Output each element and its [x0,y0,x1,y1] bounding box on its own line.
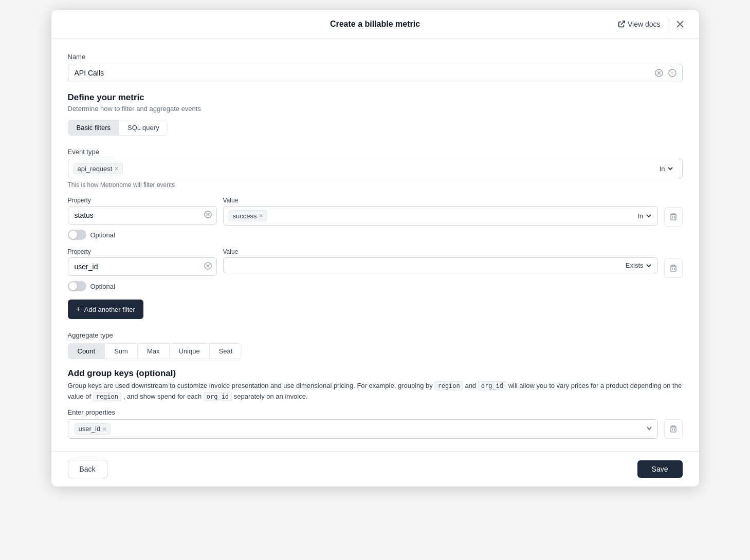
enter-props-tag-remove[interactable]: × [102,425,106,433]
filter-1-operator: In [638,212,644,220]
event-type-operator-dropdown[interactable]: In [656,164,677,174]
filter-1-row: Property Value success [68,197,683,227]
agg-tab-unique[interactable]: Unique [170,344,210,359]
external-link-icon [618,21,625,28]
name-help-button[interactable]: ? [667,68,678,78]
close-button[interactable] [673,17,687,31]
enter-props-label: Enter properties [68,408,683,416]
svg-rect-20 [671,427,676,432]
filter-2-value-col: Value Exists [223,248,658,273]
enter-props-row: user_id × [68,419,683,439]
filter-1-property-input[interactable] [68,206,217,225]
filter-1-value-tag-remove[interactable]: × [259,212,263,220]
filter-2-property-input[interactable] [68,257,217,276]
enter-props-tags[interactable]: user_id × [68,419,658,439]
filter-1-property-col: Property [68,197,217,225]
filter-1-property-clear[interactable] [204,211,212,220]
event-type-section: Event type api_request × In This is how … [68,148,683,189]
svg-rect-11 [671,215,676,220]
agg-tab-sum[interactable]: Sum [105,344,138,359]
filter-2-property-wrap [68,257,217,276]
modal-body: Name ? Define your metric Determine how … [51,39,699,439]
enter-props-wrap: user_id × [68,419,658,439]
filter-2-operator-dropdown[interactable]: Exists [626,262,652,269]
agg-tab-max[interactable]: Max [138,344,170,359]
help-icon: ? [668,69,676,77]
enter-props-tag-value: user_id [79,425,101,433]
code-region-2: region [93,392,121,401]
view-docs-button[interactable]: View docs [614,18,665,30]
enter-props-user-id-tag: user_id × [75,423,111,435]
filter-2-operator: Exists [626,262,644,269]
filter-1-property-label: Property [68,197,217,204]
filter-1-value-tag-text: success [233,212,257,220]
event-type-row: api_request × In [68,159,683,178]
chevron-down-icon [645,262,652,269]
add-filter-label: Add another filter [84,306,135,313]
filter-1-optional-toggle[interactable] [68,230,86,240]
save-button[interactable]: Save [637,460,683,478]
create-metric-modal: Create a billable metric View docs Name [51,10,699,487]
agg-tab-count[interactable]: Count [68,344,105,359]
filter-2-delete-button[interactable] [664,258,683,278]
group-keys-section: Add group keys (optional) Group keys are… [68,368,683,439]
filter-1: Property Value success [68,197,683,240]
modal-footer: Back Save [51,451,699,487]
name-input-icons: ? [654,68,678,78]
filter-1-value-label: Value [223,197,658,204]
filter-1-delete-button[interactable] [664,207,683,227]
filter-2-optional-toggle[interactable] [68,281,86,291]
filter-tab-group: Basic filters SQL query [68,120,168,136]
clear-circle-icon [204,262,212,270]
aggregate-tab-group: Count Sum Max Unique Seat [68,343,243,359]
clear-circle-icon [204,211,212,218]
filter-2-property-clear[interactable] [204,262,212,271]
modal-header-actions: View docs [614,17,687,31]
filter-2-optional-label: Optional [90,283,115,290]
enter-props-delete-button[interactable] [664,419,683,439]
svg-rect-17 [671,266,676,271]
filter-1-optional-row: Optional [68,230,683,240]
header-divider [669,18,669,30]
event-type-tag-value: api_request [78,165,113,173]
tab-basic-filters[interactable]: Basic filters [68,120,119,135]
define-metric-heading: Define your metric [68,92,683,103]
name-input-wrapper: ? [68,64,683,82]
name-clear-button[interactable] [654,68,664,78]
modal-header: Create a billable metric View docs [51,10,699,39]
add-filter-button[interactable]: + Add another filter [68,300,143,319]
trash-icon [669,264,678,272]
group-keys-heading: Add group keys (optional) [68,368,683,379]
code-org-id-2: org_id [204,392,232,401]
define-metric-desc: Determine how to filter and aggregate ev… [68,105,683,113]
add-filter-icon: + [76,305,81,314]
filter-2-property-col: Property [68,248,217,276]
trash-icon [669,213,678,221]
define-metric-section: Define your metric Determine how to filt… [68,92,683,319]
filter-2-row: Property Value Exis [68,248,683,278]
code-region-1: region [434,381,463,390]
event-type-tag-remove[interactable]: × [114,164,118,173]
filter-2-property-label: Property [68,248,217,255]
name-section: Name ? [68,53,683,82]
code-org-id-1: org_id [478,381,506,390]
event-type-label: Event type [68,148,683,156]
trash-icon [669,425,678,433]
filter-2: Property Value Exis [68,248,683,291]
svg-text:?: ? [671,71,673,76]
filter-1-optional-label: Optional [90,231,115,239]
name-label: Name [68,53,683,61]
chevron-down-icon [645,212,652,219]
filter-1-operator-dropdown[interactable]: In [638,212,652,220]
event-type-hint: This is how Metronome will filter events [68,181,683,189]
chevron-down-icon [667,165,674,172]
event-type-tag: api_request × [74,163,123,174]
filter-1-value-col: Value success × In [223,197,658,226]
name-input[interactable] [68,64,683,82]
tab-sql-query[interactable]: SQL query [119,120,168,135]
agg-tab-seat[interactable]: Seat [210,344,242,359]
back-button[interactable]: Back [68,460,107,478]
group-keys-description: Group keys are used downstream to custom… [68,381,683,402]
filter-1-value-tag: success × [229,210,267,221]
close-icon [675,20,685,29]
